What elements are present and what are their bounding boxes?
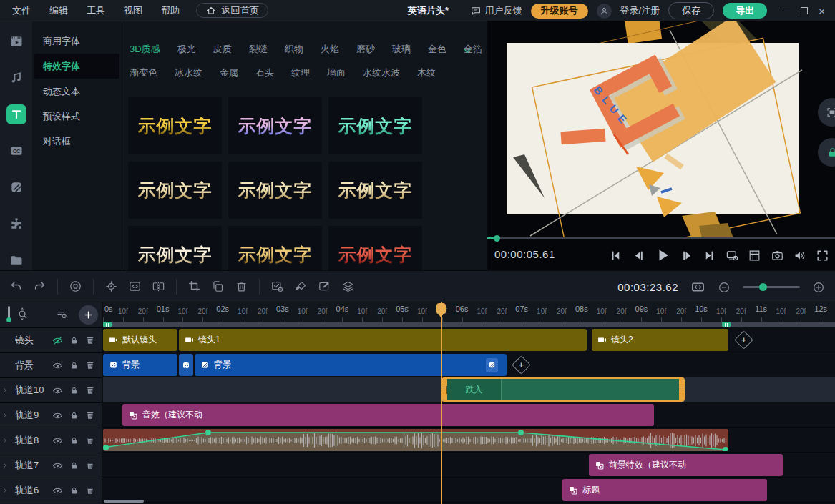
text-style-thumbnail[interactable]: 示例文字 [128, 226, 222, 270]
eye-icon[interactable] [52, 460, 63, 471]
lock-icon[interactable] [69, 486, 79, 495]
skip-end-button[interactable] [703, 249, 716, 262]
eye-icon[interactable] [52, 485, 63, 496]
eye-icon[interactable] [52, 410, 63, 421]
fit-to-timeline-button[interactable] [690, 280, 705, 295]
maximize-button[interactable] [801, 7, 808, 14]
trash-icon[interactable] [85, 435, 95, 445]
track-height-slider[interactable] [8, 306, 10, 320]
sidebar-item[interactable]: 对话框 [34, 129, 119, 154]
music-panel-button[interactable] [6, 68, 26, 88]
sidebar-item[interactable]: 预设样式 [34, 104, 119, 129]
horizontal-scrollbar-thumb[interactable] [104, 500, 144, 503]
transition-panel-button[interactable] [6, 177, 26, 197]
subtitles-panel-button[interactable]: CC [6, 141, 26, 161]
tag-filter[interactable]: 冰水纹 [175, 66, 202, 79]
add-track-button[interactable] [79, 305, 98, 325]
prev-frame-button[interactable] [632, 249, 645, 262]
playhead-line[interactable] [441, 302, 442, 504]
delete-button[interactable] [230, 275, 253, 298]
tag-filter[interactable]: 石头 [255, 66, 274, 79]
trash-icon[interactable] [85, 485, 95, 495]
text-style-thumbnail[interactable]: 示例文字 [228, 226, 322, 270]
menubar-item[interactable]: 帮助 [152, 4, 189, 17]
audio-clip[interactable] [103, 429, 728, 451]
sidebar-item[interactable]: 商用字体 [34, 29, 119, 54]
tag-filter[interactable]: 裂缝 [249, 43, 268, 56]
login-button[interactable]: 登录/注册 [620, 4, 660, 17]
clip[interactable]: 镜头1 [179, 329, 587, 351]
lock-icon[interactable] [69, 386, 79, 395]
speaker-button[interactable] [793, 249, 806, 262]
work-area-bar[interactable] [103, 322, 835, 327]
export-button[interactable]: 导出 [723, 3, 767, 19]
text-style-thumbnail[interactable]: 示例文字 [228, 162, 322, 219]
tag-filter[interactable]: 织物 [285, 43, 303, 56]
skip-start-button[interactable] [609, 249, 622, 262]
chevron-right-icon[interactable] [1, 462, 11, 469]
clip[interactable]: 背景 [195, 354, 507, 376]
magnet-button[interactable] [64, 275, 87, 298]
close-button[interactable]: × [819, 6, 825, 16]
media-panel-button[interactable] [6, 31, 26, 51]
trash-icon[interactable] [85, 460, 95, 470]
effects-panel-button[interactable] [6, 214, 26, 234]
chevron-right-icon[interactable] [1, 412, 11, 419]
back-home-button[interactable]: 返回首页 [196, 3, 268, 18]
add-clip-button[interactable]: + [512, 355, 531, 375]
playback-progress-bar[interactable] [487, 237, 835, 239]
fullscreen-button[interactable] [816, 249, 829, 262]
clip[interactable]: 镜头2 [592, 329, 728, 351]
menubar-item[interactable]: 文件 [3, 4, 40, 17]
tag-filter[interactable]: 水纹水波 [363, 66, 400, 79]
minimize-button[interactable] [783, 11, 790, 11]
add-clip-button[interactable]: + [734, 330, 753, 350]
grid-button[interactable] [748, 249, 761, 262]
lock-icon[interactable] [69, 436, 79, 445]
sidebar-item[interactable]: 特效字体 [34, 54, 119, 79]
chevron-down-icon[interactable] [462, 45, 473, 56]
text-style-thumbnail[interactable]: 示例文字 [128, 162, 222, 219]
tag-filter[interactable]: 火焰 [321, 43, 339, 56]
layers-button[interactable] [336, 275, 360, 298]
sidebar-item[interactable]: 动态文本 [34, 79, 119, 104]
tag-filter[interactable]: 金色 [428, 43, 446, 56]
duplicate-button[interactable] [206, 275, 230, 298]
clip[interactable]: 默认镜头 [103, 329, 177, 351]
tag-filter[interactable]: 渐变色 [130, 66, 157, 79]
upgrade-account-button[interactable]: 升级账号 [531, 4, 588, 19]
transition-chip[interactable] [179, 354, 193, 376]
redo-button[interactable] [28, 275, 52, 298]
loop-marker[interactable] [103, 322, 112, 327]
eye-icon[interactable] [52, 360, 63, 371]
clip[interactable]: 背景 [103, 354, 177, 376]
tag-filter[interactable]: 木纹 [417, 66, 436, 79]
snapshot-button[interactable] [771, 249, 784, 262]
tag-filter[interactable]: 皮质 [213, 43, 232, 56]
tag-filter[interactable]: 玻璃 [392, 43, 411, 56]
text-style-thumbnail[interactable]: 示例文字 [328, 97, 422, 154]
text-style-thumbnail[interactable]: 示例文字 [228, 97, 322, 154]
tag-filter[interactable]: 极光 [177, 43, 196, 56]
display-settings-button[interactable] [726, 249, 739, 262]
edit-button[interactable] [313, 275, 336, 298]
tag-filter[interactable]: 金属 [220, 66, 238, 79]
next-frame-button[interactable] [680, 249, 694, 262]
track-list-visibility-icon[interactable] [56, 308, 69, 321]
feedback-button[interactable]: 用户反馈 [470, 4, 522, 17]
text-style-thumbnail[interactable]: 示例文字 [128, 97, 222, 154]
chevron-right-icon[interactable] [1, 437, 11, 444]
chevron-right-icon[interactable] [1, 387, 11, 394]
chevron-right-icon[interactable] [1, 487, 11, 494]
tag-filter[interactable]: 磨砂 [356, 43, 375, 56]
text-style-thumbnail[interactable]: 示例文字 [328, 226, 422, 270]
lock-icon[interactable] [69, 361, 79, 370]
clip[interactable]: 前景特效（建议不动 [589, 454, 783, 476]
trim-handle-right[interactable] [679, 379, 683, 400]
playhead-handle[interactable] [436, 303, 446, 314]
folder-panel-button[interactable] [6, 250, 26, 270]
timeline-search-zoom-icon[interactable] [15, 306, 31, 322]
tag-filter[interactable]: 纹理 [291, 66, 310, 79]
menubar-item[interactable]: 工具 [77, 4, 114, 17]
undo-button[interactable] [4, 275, 28, 298]
